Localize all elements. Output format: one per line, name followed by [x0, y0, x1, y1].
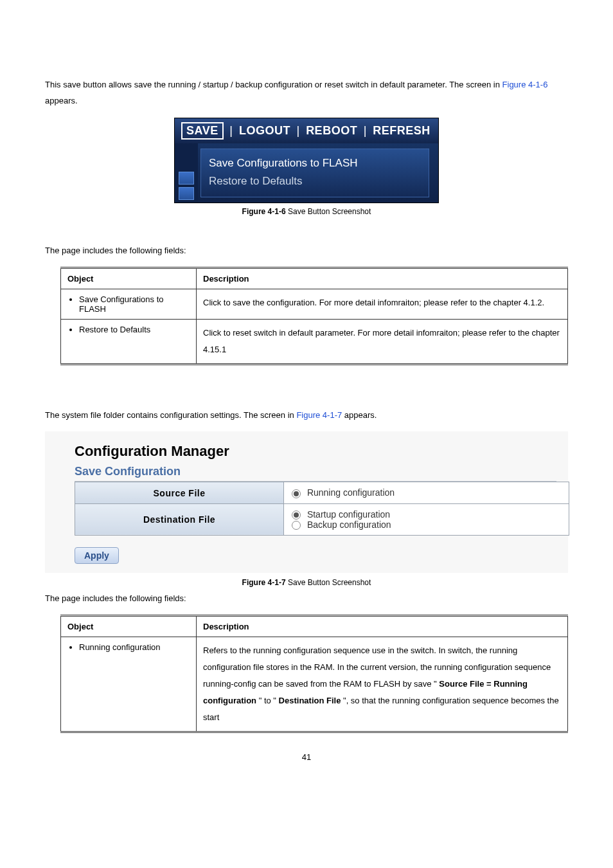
figure-reference-4-1-6: Figure 4-1-6	[502, 80, 548, 89]
page-number: 41	[45, 752, 568, 762]
screenshot-left-strip	[175, 143, 198, 203]
refresh-button[interactable]: REFRESH	[373, 124, 431, 137]
caption-prefix: Figure 4-1-6	[242, 207, 286, 216]
object-save-config-flash: Save Configurations to FLASH	[79, 294, 190, 314]
save-configuration-table: Source File Running configuration Destin…	[75, 482, 569, 536]
desc-save-config-flash: Click to save the configuration. For mor…	[197, 289, 568, 320]
object-restore-defaults: Restore to Defaults	[79, 325, 190, 334]
save-button-screenshot: SAVE | LOGOUT | REBOOT | REFRESH Save Co…	[174, 118, 439, 203]
fields-table-2: Object Description Running configuration…	[60, 615, 568, 733]
configuration-manager-screenshot: Configuration Manager Save Configuration…	[45, 431, 568, 573]
caption-text: Save Button Screenshot	[286, 578, 371, 587]
topbar-separator: |	[294, 124, 302, 138]
caption-text: Save Button Screenshot	[286, 207, 371, 216]
intro-text-before: This save button allows save the running…	[45, 80, 502, 89]
col-description-header: Description	[197, 268, 568, 289]
topbar-separator: |	[361, 124, 369, 138]
save-button[interactable]: SAVE	[181, 122, 224, 140]
reboot-button[interactable]: REBOOT	[306, 124, 357, 137]
apply-button[interactable]: Apply	[75, 547, 119, 564]
radio-label-running-configuration: Running configuration	[307, 487, 395, 498]
caption-prefix: Figure 4-1-7	[242, 578, 286, 587]
destination-file-label: Destination File	[75, 503, 284, 536]
table-row: Restore to Defaults Click to reset switc…	[61, 320, 568, 365]
fields-table-1: Object Description Save Configurations t…	[60, 267, 568, 365]
source-file-row: Source File Running configuration	[75, 482, 569, 503]
desc-running-configuration: Refers to the running configuration sequ…	[197, 637, 568, 732]
intro-paragraph: This save button allows save the running…	[45, 77, 568, 109]
radio-startup-configuration[interactable]	[292, 511, 301, 520]
tree-node-icon	[179, 172, 194, 185]
figure-caption-4-1-6: Figure 4-1-6 Save Button Screenshot	[45, 207, 568, 216]
radio-running-configuration[interactable]	[292, 489, 301, 498]
section-412-text-after: appears.	[344, 410, 377, 420]
table-row: Save Configurations to FLASH Click to sa…	[61, 289, 568, 320]
destination-file-row: Destination File Startup configuration B…	[75, 503, 569, 536]
fields-intro-line: The page includes the following fields:	[45, 246, 568, 255]
radio-backup-configuration[interactable]	[292, 521, 301, 530]
topbar-separator: |	[227, 124, 235, 138]
col-description-header: Description	[197, 616, 568, 637]
col-object-header: Object	[61, 616, 197, 637]
section-412-paragraph: The system file folder contains configur…	[45, 410, 568, 420]
save-dropdown-menu: Save Configurations to FLASH Restore to …	[200, 149, 429, 197]
tree-node-icon	[179, 187, 194, 200]
source-file-label: Source File	[75, 482, 284, 503]
col-object-header: Object	[61, 268, 197, 289]
desc-bold2: Destination File	[279, 696, 341, 705]
logout-button[interactable]: LOGOUT	[239, 124, 290, 137]
radio-label-backup-configuration: Backup configuration	[307, 520, 391, 530]
desc-part2: " to "	[259, 696, 276, 705]
radio-label-startup-configuration: Startup configuration	[307, 509, 390, 520]
table-row: Running configuration Refers to the runn…	[61, 637, 568, 732]
menu-save-config-to-flash[interactable]: Save Configurations to FLASH	[209, 154, 421, 172]
object-running-configuration: Running configuration	[79, 642, 190, 652]
figure-reference-4-1-7: Figure 4-1-7	[296, 410, 342, 420]
config-manager-title: Configuration Manager	[75, 443, 556, 460]
fields-intro-line-2: The page includes the following fields:	[45, 593, 568, 603]
save-configuration-subtitle: Save Configuration	[75, 465, 556, 482]
desc-restore-defaults: Click to reset switch in default paramet…	[197, 320, 568, 365]
figure-caption-4-1-7: Figure 4-1-7 Save Button Screenshot	[45, 578, 568, 587]
desc-part3: ", so that the running configuration seq…	[203, 696, 559, 722]
screenshot-topbar: SAVE | LOGOUT | REBOOT | REFRESH	[175, 118, 438, 143]
menu-restore-to-defaults[interactable]: Restore to Defaults	[209, 172, 421, 190]
intro-text-after: appears.	[45, 96, 78, 105]
section-412-text-before: The system file folder contains configur…	[45, 410, 296, 420]
